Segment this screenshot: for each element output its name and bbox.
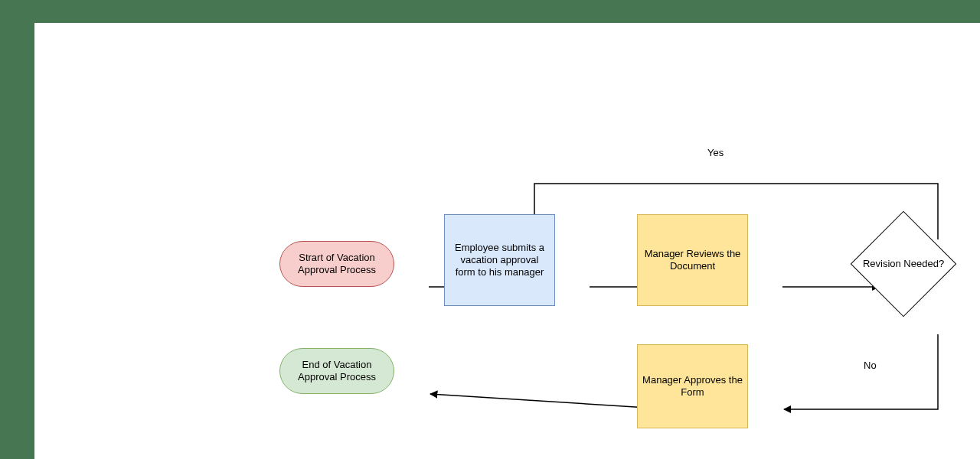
edge-label-yes: Yes bbox=[707, 147, 724, 158]
node-start-label: Strart of Vacation Approval Process bbox=[285, 252, 389, 277]
node-end-label: End of Vacation Approval Process bbox=[285, 359, 389, 384]
node-submit: Employee submits a vacation approval for… bbox=[444, 214, 555, 306]
node-submit-label: Employee submits a vacation approval for… bbox=[449, 242, 550, 279]
edge-approve-end bbox=[430, 394, 671, 409]
node-decision-label: Revision Needed? bbox=[863, 258, 944, 270]
node-review: Manager Reviews the Document bbox=[637, 214, 748, 306]
node-approve-label: Manager Approves the Form bbox=[642, 374, 743, 399]
node-start: Strart of Vacation Approval Process bbox=[279, 241, 394, 287]
node-decision: Revision Needed? bbox=[846, 214, 961, 314]
flowchart-canvas: Strart of Vacation Approval Process Empl… bbox=[34, 23, 980, 459]
node-approve: Manager Approves the Form bbox=[637, 344, 748, 428]
node-end: End of Vacation Approval Process bbox=[279, 348, 394, 394]
edge-label-no: No bbox=[864, 360, 877, 371]
node-review-label: Manager Reviews the Document bbox=[642, 248, 743, 273]
edge-decision-no bbox=[784, 334, 938, 409]
